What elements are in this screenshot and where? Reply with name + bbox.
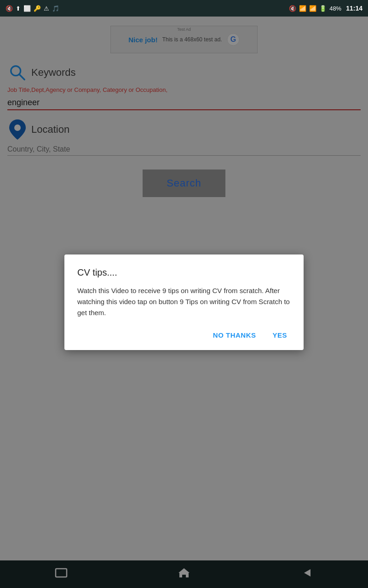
status-icon-5: ⚠: [44, 5, 49, 12]
cv-tips-dialog: CV tips.... Watch this Video to receive …: [64, 254, 304, 350]
mute-icon: 🔇: [289, 5, 296, 12]
dialog-title: CV tips....: [77, 267, 291, 278]
clock: 11:14: [346, 5, 362, 12]
dialog-body: Watch this Video to receive 9 tips on wr…: [77, 285, 291, 318]
signal-icon: 📶: [309, 5, 316, 12]
status-icons-right: 🔇 📶 📶 🔋 48% 11:14: [289, 5, 362, 12]
status-icon-4: 🔑: [34, 5, 41, 12]
status-bar: 🔇 ⬆ ⬜ 🔑 ⚠ 🎵 🔇 📶 📶 🔋 48% 11:14: [0, 0, 368, 17]
battery-percent: 48%: [329, 5, 341, 12]
status-icons-left: 🔇 ⬆ ⬜ 🔑 ⚠ 🎵: [6, 5, 59, 12]
no-thanks-button[interactable]: NO thanks: [209, 329, 260, 341]
status-icon-6: 🎵: [52, 5, 59, 12]
battery-icon: 🔋: [319, 5, 327, 12]
status-icon-1: 🔇: [6, 5, 13, 12]
wifi-icon: 📶: [299, 5, 306, 12]
status-icon-2: ⬆: [16, 5, 21, 12]
status-icon-3: ⬜: [23, 5, 31, 12]
content-wrapper: Test Ad Nice job! This is a 468x60 test …: [0, 17, 368, 588]
dialog-actions: NO thanks YES: [77, 329, 291, 341]
yes-button[interactable]: YES: [269, 329, 291, 341]
